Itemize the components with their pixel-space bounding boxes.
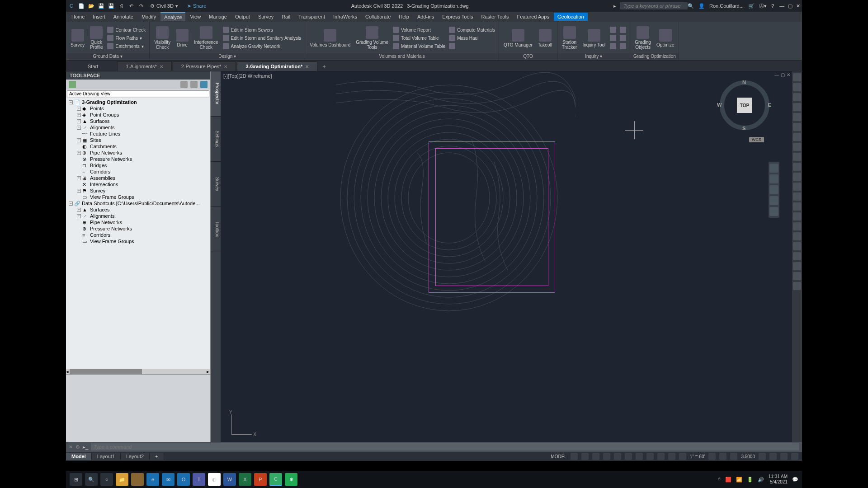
tree-item[interactable]: −🔗Data Shortcuts [C:\Users\Public\Docume… (67, 200, 209, 206)
tree-item[interactable]: +▲Surfaces (67, 206, 209, 213)
grading-objects-button[interactable]: Grading Objects (633, 25, 653, 51)
new-icon[interactable]: 📄 (78, 2, 85, 9)
tree-item[interactable]: +⚑Survey (67, 188, 209, 194)
system-clock[interactable]: 11:31 AM 5/4/2021 (769, 474, 788, 485)
ribbon-tab-output[interactable]: Output (231, 13, 254, 21)
tree-item[interactable]: ≡Corridors (67, 232, 209, 238)
ribbon-tab-analyze[interactable]: Analyze (160, 12, 185, 21)
inq6[interactable] (619, 42, 627, 50)
tree-item[interactable]: +◆Points (67, 105, 209, 112)
open-icon[interactable]: 📂 (88, 2, 95, 9)
rt-18[interactable] (793, 242, 801, 250)
tray-icon-1[interactable]: 🟥 (725, 477, 731, 483)
ribbon-tab-help[interactable]: Help (395, 13, 413, 21)
drawing-viewport[interactable]: [-][Top][2D Wireframe] — ▢ ✕ (221, 71, 792, 442)
user-label[interactable]: Ron.Couillard... (709, 3, 744, 9)
tree-item[interactable]: +⊞Assemblies (67, 175, 209, 181)
workspace-switcher[interactable]: ⚙ Civil 3D ▾ (150, 3, 178, 9)
saveas-icon[interactable]: 💾 (108, 2, 115, 9)
transparency-icon[interactable] (646, 453, 654, 460)
storm-sewers-button[interactable]: Edit in Storm Sewers (222, 26, 302, 33)
search-button[interactable]: 🔍 (85, 473, 98, 486)
ribbon-tab-infraworks[interactable]: InfraWorks (330, 13, 361, 21)
panel-title[interactable]: Inquiry ▾ (557, 53, 630, 59)
tree-item[interactable]: +◈Point Groups (67, 112, 209, 118)
teams-icon[interactable]: T (193, 473, 205, 486)
ribbon-tab-view[interactable]: View (186, 13, 204, 21)
tree-item[interactable]: ✕Intersections (67, 181, 209, 188)
tray-battery-icon[interactable]: 🔋 (747, 477, 753, 483)
compute-materials-button[interactable]: Compute Materials (448, 26, 496, 33)
cmdline-close-icon[interactable]: ✕ (69, 444, 73, 450)
rt-17[interactable] (793, 232, 801, 240)
flow-paths-button[interactable]: Flow Paths ▾ (106, 34, 146, 42)
close-button[interactable]: ✕ (796, 3, 800, 9)
catchments-button[interactable]: Catchments ▾ (106, 42, 146, 50)
tree-item[interactable]: ⊗Pressure Networks (67, 156, 209, 162)
tree-item[interactable]: ⊓Bridges (67, 162, 209, 169)
search-icon[interactable]: 🔍 (688, 3, 694, 9)
help-search[interactable]: Type a keyword or phrase (620, 2, 688, 9)
save-icon[interactable]: 💾 (98, 2, 105, 9)
grid-icon[interactable] (571, 453, 578, 460)
quick-profile-button[interactable]: Quick Profile (88, 25, 104, 51)
cortana-button[interactable]: ○ (100, 473, 113, 486)
nav-showmotion-icon[interactable] (769, 207, 778, 216)
ribbon-tab-add-ins[interactable]: Add-ins (414, 13, 438, 21)
rt-5[interactable] (793, 113, 801, 121)
tray-network-icon[interactable]: 📶 (736, 477, 742, 483)
rt-21[interactable] (793, 272, 801, 280)
layout-tab[interactable]: Layout1 (92, 453, 121, 460)
command-input[interactable] (91, 443, 799, 450)
total-volume-button[interactable]: Total Volume Table (392, 34, 446, 42)
extra-icon[interactable] (448, 42, 496, 50)
tree-item[interactable]: +⟋Alignments (67, 213, 209, 219)
ribbon-tab-express-tools[interactable]: Express Tools (439, 13, 476, 21)
view-dropdown[interactable]: Active Drawing View (67, 90, 209, 97)
gravity-network-button[interactable]: Analyze Gravity Network (222, 42, 302, 50)
tree-item[interactable]: +▲Surfaces (67, 118, 209, 124)
rt-12[interactable] (793, 183, 801, 191)
rt-16[interactable] (793, 222, 801, 230)
share-button[interactable]: ➤ Share (187, 3, 206, 9)
tree-item[interactable]: +▦Sites (67, 137, 209, 143)
inq3[interactable] (609, 42, 617, 50)
rt-20[interactable] (793, 262, 801, 270)
mail-icon[interactable]: ✉ (162, 473, 175, 486)
contour-check-button[interactable]: Contour Check (106, 26, 146, 33)
panel-title[interactable]: Ground Data ▾ (66, 53, 149, 59)
undo-icon[interactable]: ↶ (127, 2, 135, 9)
app-icon[interactable]: C (68, 2, 75, 9)
command-line[interactable]: ✕ ⚙ ▸_ (66, 442, 802, 452)
ribbon-tab-collaborate[interactable]: Collaborate (362, 13, 394, 21)
zoom-value[interactable]: 3.5000 (741, 454, 755, 459)
tree-item[interactable]: ⊗Pressure Networks (67, 225, 209, 232)
viewport-label[interactable]: [-][Top][2D Wireframe] (223, 73, 272, 79)
word-icon[interactable]: W (223, 473, 236, 486)
rt-22[interactable] (793, 282, 801, 290)
tree-item[interactable]: ◐Catchments (67, 143, 209, 150)
nav-wheel-icon[interactable] (769, 164, 778, 173)
tool-icon-1[interactable] (180, 81, 188, 88)
drive-button[interactable]: Drive (174, 28, 190, 48)
rt-4[interactable] (793, 103, 801, 111)
lineweight-icon[interactable] (636, 453, 643, 460)
rt-2[interactable] (793, 83, 801, 91)
maximize-button[interactable]: ▢ (788, 3, 793, 9)
rt-9[interactable] (793, 153, 801, 161)
vp-close[interactable]: ✕ (787, 72, 790, 77)
vtab-survey[interactable]: Survey (211, 162, 221, 207)
inq5[interactable] (619, 34, 627, 42)
civil3d-taskbar-icon[interactable]: C (269, 473, 282, 486)
vtab-settings[interactable]: Settings (211, 117, 221, 162)
ribbon-tab-annotate[interactable]: Annotate (110, 13, 137, 21)
tray-chevron-icon[interactable]: ^ (718, 477, 721, 482)
customize-icon[interactable] (791, 453, 798, 460)
prospector-tree[interactable]: −📄3-Grading Optimization+◆Points+◈Point … (66, 98, 210, 369)
tree-item[interactable]: +⊕Pipe Networks (67, 150, 209, 156)
rt-14[interactable] (793, 202, 801, 211)
ribbon-tab-transparent[interactable]: Transparent (295, 13, 329, 21)
wcs-badge[interactable]: WCS (749, 137, 764, 142)
vp-maximize[interactable]: ▢ (781, 72, 785, 77)
explorer-icon[interactable]: 📁 (116, 473, 128, 486)
